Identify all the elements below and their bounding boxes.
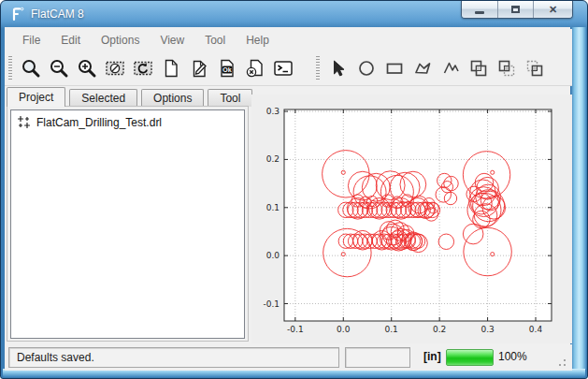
svg-text:0.2: 0.2 bbox=[433, 325, 446, 334]
minimize-button[interactable] bbox=[462, 1, 497, 18]
replot-button[interactable] bbox=[129, 54, 157, 82]
zoom-fit-button[interactable] bbox=[17, 54, 45, 82]
select-tool-button[interactable] bbox=[324, 54, 352, 82]
edit-geometry-button[interactable] bbox=[185, 54, 213, 82]
tree-item-label: FlatCam_Drilling_Test.drl bbox=[36, 116, 162, 129]
tab-options[interactable]: Options bbox=[141, 89, 204, 107]
union-icon bbox=[468, 58, 489, 79]
intersection-tool-button[interactable] bbox=[493, 54, 521, 82]
main-toolbar: Ok bbox=[5, 51, 572, 86]
app-logo-icon bbox=[10, 7, 25, 22]
circle-tool-button[interactable] bbox=[352, 54, 380, 82]
rectangle-tool-button[interactable] bbox=[380, 54, 409, 82]
circle-tool-icon bbox=[356, 58, 377, 79]
toolbar-group-plot: Ok bbox=[17, 54, 297, 82]
project-tab-page: FlatCam_Drilling_Test.drl bbox=[7, 106, 249, 342]
menu-tool[interactable]: Tool bbox=[194, 31, 236, 50]
drill-object-icon bbox=[17, 115, 31, 129]
status-message: Defaults saved. bbox=[17, 351, 94, 364]
path-tool-button[interactable] bbox=[437, 54, 465, 82]
svg-text:0.0: 0.0 bbox=[337, 325, 351, 334]
svg-text:0.1: 0.1 bbox=[385, 325, 398, 334]
toolbar-drag-handle[interactable] bbox=[8, 56, 12, 80]
zoom-in-button[interactable] bbox=[73, 54, 101, 82]
menu-bar: File Edit Options View Tool Help bbox=[5, 29, 572, 51]
progress-percent-label: 100% bbox=[498, 350, 527, 363]
close-button[interactable]: ✕ bbox=[533, 1, 572, 18]
shell-icon bbox=[273, 58, 294, 79]
edit-file-icon bbox=[189, 58, 209, 79]
subtract-tool-button[interactable] bbox=[521, 54, 549, 82]
polygon-tool-icon bbox=[412, 58, 433, 79]
close-icon: ✕ bbox=[549, 4, 557, 16]
title-bar[interactable]: FlatCAM 8 ✕ bbox=[1, 1, 587, 27]
cursor-icon bbox=[328, 58, 349, 79]
tab-project[interactable]: Project bbox=[7, 87, 65, 107]
window-border-right bbox=[570, 27, 586, 370]
subtract-icon bbox=[524, 58, 545, 79]
cancel-button[interactable] bbox=[241, 54, 269, 82]
maximize-icon bbox=[511, 6, 520, 13]
maximize-button[interactable] bbox=[497, 1, 533, 18]
status-bar: Defaults saved. [in] 100% bbox=[5, 344, 572, 371]
units-label: [in] bbox=[423, 350, 441, 363]
new-file-icon bbox=[161, 58, 181, 79]
svg-text:0.0: 0.0 bbox=[266, 251, 280, 260]
svg-text:0.3: 0.3 bbox=[266, 107, 280, 116]
svg-text:0.2: 0.2 bbox=[266, 154, 280, 164]
plot-figure: -0.10.00.10.20.30.4-0.10.00.10.20.3 bbox=[251, 95, 572, 343]
notebook-tabbar: Project Selected Options Tool bbox=[7, 87, 256, 107]
union-tool-button[interactable] bbox=[465, 54, 493, 82]
zoom-fit-icon bbox=[21, 58, 41, 79]
svg-text:0.4: 0.4 bbox=[529, 325, 543, 334]
replot-icon bbox=[133, 58, 153, 79]
menu-edit[interactable]: Edit bbox=[50, 31, 91, 50]
clear-plot-button[interactable] bbox=[101, 54, 129, 82]
tab-tool[interactable]: Tool bbox=[208, 89, 252, 107]
ok-file-icon: Ok bbox=[217, 58, 237, 79]
zoom-out-button[interactable] bbox=[45, 54, 73, 82]
menu-view[interactable]: View bbox=[150, 31, 194, 50]
svg-text:Ok: Ok bbox=[222, 66, 231, 72]
menu-options[interactable]: Options bbox=[91, 31, 150, 50]
new-project-button[interactable] bbox=[157, 54, 185, 82]
window-controls: ✕ bbox=[461, 1, 573, 19]
minimize-icon bbox=[475, 11, 484, 14]
rectangle-tool-icon bbox=[384, 58, 405, 79]
cancel-file-icon bbox=[245, 58, 265, 79]
window-title: FlatCAM 8 bbox=[31, 7, 84, 21]
menu-file[interactable]: File bbox=[12, 31, 50, 50]
zoom-in-icon bbox=[77, 58, 97, 79]
svg-text:-0.1: -0.1 bbox=[287, 325, 304, 334]
status-aux-panel bbox=[345, 347, 410, 368]
ok-button[interactable]: Ok bbox=[213, 54, 241, 82]
progress-bar bbox=[446, 349, 494, 366]
editor-toolbar-drag-handle[interactable] bbox=[316, 56, 320, 80]
zoom-out-icon bbox=[49, 58, 69, 79]
resize-grip-icon[interactable] bbox=[555, 356, 566, 367]
menu-help[interactable]: Help bbox=[236, 31, 280, 50]
plot-canvas[interactable]: -0.10.00.10.20.30.4-0.10.00.10.20.3 bbox=[251, 95, 572, 343]
tree-item-drill-object[interactable]: FlatCam_Drilling_Test.drl bbox=[11, 110, 244, 131]
svg-text:-0.1: -0.1 bbox=[263, 299, 280, 309]
path-tool-icon bbox=[440, 58, 461, 79]
tab-selected[interactable]: Selected bbox=[69, 89, 137, 107]
intersection-icon bbox=[496, 58, 517, 79]
shell-button[interactable] bbox=[269, 54, 297, 82]
svg-text:0.3: 0.3 bbox=[480, 325, 494, 334]
app-window: FlatCAM 8 ✕ File Edit Options View Tool … bbox=[0, 0, 588, 379]
clear-plot-icon bbox=[105, 58, 125, 79]
svg-text:0.1: 0.1 bbox=[266, 203, 280, 212]
toolbar-group-editor bbox=[324, 54, 549, 82]
project-tree[interactable]: FlatCam_Drilling_Test.drl bbox=[10, 109, 245, 339]
status-message-panel: Defaults saved. bbox=[8, 347, 339, 368]
polygon-tool-button[interactable] bbox=[409, 54, 437, 82]
